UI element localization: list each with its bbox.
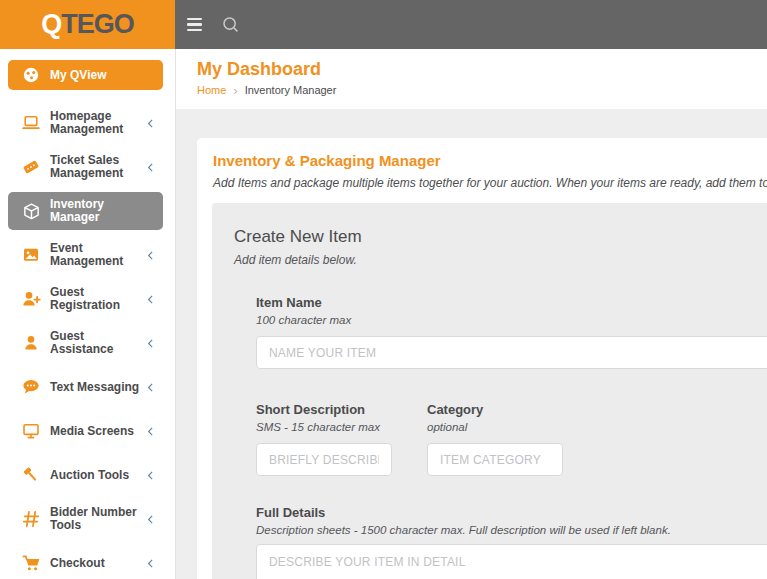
sidebar-item-label: Media Screens [50,425,147,438]
sidebar-nav: My QView Homepage Management Ticket Sale… [0,49,176,579]
create-new-item-panel: Create New Item Add item details below. … [212,203,767,579]
sidebar-item-media-screens[interactable]: Media Screens [8,412,163,450]
main-content: My Dashboard Home › Inventory Manager In… [176,49,767,579]
sidebar-item-event-management[interactable]: Event Management [8,236,163,274]
sidebar-item-checkout[interactable]: Checkout [8,544,163,579]
sidebar-item-label: Text Messaging [50,381,147,394]
topbar [175,0,767,49]
create-new-item-title: Create New Item [234,227,767,247]
chevron-left-icon [144,161,156,173]
full-details-label: Full Details [256,505,767,521]
category-group: Category optional [427,402,563,476]
sidebar-item-label: Guest Registration [50,286,147,312]
chevron-left-icon [144,425,156,437]
breadcrumb-home-link[interactable]: Home [197,84,226,96]
sidebar-item-my-qview[interactable]: My QView [8,60,163,90]
dashboard-icon [21,65,41,85]
short-description-group: Short Description SMS - 15 character max [256,402,392,476]
menu-icon[interactable] [184,10,214,40]
short-description-label: Short Description [256,402,392,418]
user-icon [21,333,41,353]
sidebar-item-label: Event Management [50,242,147,268]
app-window: QTEGO My QView Homepage Management [0,0,767,579]
chevron-left-icon [144,293,156,305]
sidebar-item-label: Ticket Sales Management [50,154,147,180]
chevron-left-icon [144,381,156,393]
sidebar-item-label: Homepage Management [50,110,147,136]
search-icon[interactable] [214,8,248,42]
sidebar-item-bidder-number-tools[interactable]: Bidder Number Tools [8,500,163,538]
user-plus-icon [21,289,41,309]
ticket-icon [21,157,41,177]
sidebar-item-text-messaging[interactable]: Text Messaging [8,368,163,406]
card-subtitle: Add Items and package multiple items tog… [213,176,767,190]
full-details-hint: Description sheets - 1500 character max.… [256,524,767,537]
chevron-left-icon [144,557,156,569]
description-category-row: Short Description SMS - 15 character max… [256,402,767,476]
item-name-group: Item Name 100 character max [256,295,767,369]
chevron-left-icon [144,337,156,349]
monitor-icon [21,421,41,441]
logo-q: Q [41,9,61,39]
sidebar-item-ticket-sales-management[interactable]: Ticket Sales Management [8,148,163,186]
chevron-left-icon [144,469,156,481]
page-header: My Dashboard Home › Inventory Manager [176,49,767,109]
item-name-input[interactable] [256,336,767,369]
sidebar-item-guest-assistance[interactable]: Guest Assistance [8,324,163,362]
card-title: Inventory & Packaging Manager [213,152,767,170]
sidebar-item-label: Guest Assistance [50,330,147,356]
item-name-label: Item Name [256,295,767,311]
full-details-textarea[interactable] [256,544,767,579]
gavel-icon [21,465,41,485]
breadcrumb-current: Inventory Manager [245,84,337,96]
logo-text: QTEGO [41,11,134,38]
breadcrumb: Home › Inventory Manager [197,84,767,96]
box-icon [21,201,41,221]
full-details-group: Full Details Description sheets - 1500 c… [256,505,767,579]
chevron-left-icon [144,117,156,129]
category-hint: optional [427,421,563,434]
sidebar-item-label: Bidder Number Tools [50,506,147,532]
sidebar-item-homepage-management[interactable]: Homepage Management [8,104,163,142]
sidebar-item-label: Auction Tools [50,469,147,482]
cart-icon [21,553,41,573]
short-description-input[interactable] [256,443,392,476]
image-icon [21,245,41,265]
short-description-hint: SMS - 15 character max [256,421,392,434]
page-title: My Dashboard [197,59,767,80]
sidebar-item-auction-tools[interactable]: Auction Tools [8,456,163,494]
create-new-item-subtitle: Add item details below. [234,253,767,267]
item-name-hint: 100 character max [256,314,767,327]
category-input[interactable] [427,443,563,476]
category-label: Category [427,402,563,418]
sidebar-item-label: Checkout [50,557,147,570]
logo-rest: TEGO [61,9,134,39]
create-item-form: Item Name 100 character max Short Descri… [256,267,767,579]
chevron-left-icon [144,513,156,525]
laptop-icon [21,113,41,133]
top-header: QTEGO [0,0,767,49]
sidebar-item-label: My QView [50,69,147,82]
sidebar-item-inventory-manager[interactable]: Inventory Manager [8,192,163,230]
sidebar-item-guest-registration[interactable]: Guest Registration [8,280,163,318]
chevron-left-icon [144,249,156,261]
content-area: Inventory & Packaging Manager Add Items … [176,109,767,579]
brand-logo[interactable]: QTEGO [0,0,175,49]
breadcrumb-separator-icon: › [233,85,237,96]
chat-icon [21,377,41,397]
hash-icon [21,509,41,529]
inventory-manager-card: Inventory & Packaging Manager Add Items … [197,138,767,579]
sidebar-item-label: Inventory Manager [50,198,147,224]
